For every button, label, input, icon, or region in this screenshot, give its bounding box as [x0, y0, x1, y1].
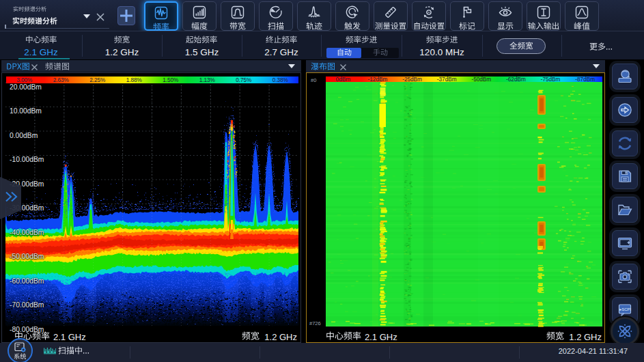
svg-text:▸SCPI: ▸SCPI — [619, 307, 631, 311]
